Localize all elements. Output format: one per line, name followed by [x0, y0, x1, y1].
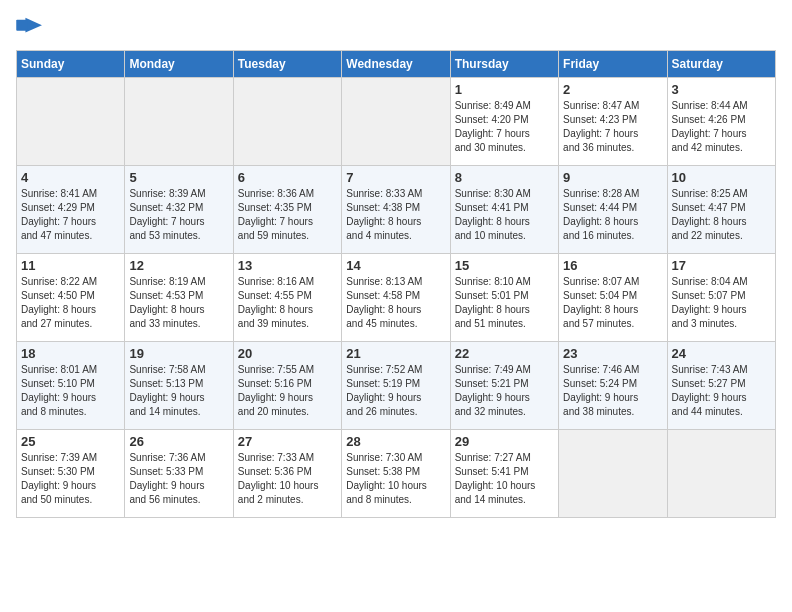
calendar-cell: 26Sunrise: 7:36 AM Sunset: 5:33 PM Dayli…: [125, 430, 233, 518]
calendar-cell: 18Sunrise: 8:01 AM Sunset: 5:10 PM Dayli…: [17, 342, 125, 430]
calendar-cell: 28Sunrise: 7:30 AM Sunset: 5:38 PM Dayli…: [342, 430, 450, 518]
day-info: Sunrise: 7:43 AM Sunset: 5:27 PM Dayligh…: [672, 363, 771, 419]
header-day: Thursday: [450, 51, 558, 78]
day-info: Sunrise: 8:28 AM Sunset: 4:44 PM Dayligh…: [563, 187, 662, 243]
calendar-cell: 13Sunrise: 8:16 AM Sunset: 4:55 PM Dayli…: [233, 254, 341, 342]
calendar-cell: 3Sunrise: 8:44 AM Sunset: 4:26 PM Daylig…: [667, 78, 775, 166]
day-number: 7: [346, 170, 445, 185]
header-day: Wednesday: [342, 51, 450, 78]
day-number: 21: [346, 346, 445, 361]
day-info: Sunrise: 8:47 AM Sunset: 4:23 PM Dayligh…: [563, 99, 662, 155]
day-info: Sunrise: 8:39 AM Sunset: 4:32 PM Dayligh…: [129, 187, 228, 243]
day-info: Sunrise: 8:30 AM Sunset: 4:41 PM Dayligh…: [455, 187, 554, 243]
day-number: 22: [455, 346, 554, 361]
header-day: Sunday: [17, 51, 125, 78]
calendar-cell: 9Sunrise: 8:28 AM Sunset: 4:44 PM Daylig…: [559, 166, 667, 254]
day-number: 12: [129, 258, 228, 273]
day-number: 20: [238, 346, 337, 361]
calendar-week-row: 1Sunrise: 8:49 AM Sunset: 4:20 PM Daylig…: [17, 78, 776, 166]
calendar-cell: 17Sunrise: 8:04 AM Sunset: 5:07 PM Dayli…: [667, 254, 775, 342]
calendar-cell: 12Sunrise: 8:19 AM Sunset: 4:53 PM Dayli…: [125, 254, 233, 342]
header-day: Saturday: [667, 51, 775, 78]
calendar-cell: 7Sunrise: 8:33 AM Sunset: 4:38 PM Daylig…: [342, 166, 450, 254]
day-number: 15: [455, 258, 554, 273]
day-number: 25: [21, 434, 120, 449]
day-info: Sunrise: 8:01 AM Sunset: 5:10 PM Dayligh…: [21, 363, 120, 419]
calendar-cell: 5Sunrise: 8:39 AM Sunset: 4:32 PM Daylig…: [125, 166, 233, 254]
day-number: 11: [21, 258, 120, 273]
calendar-cell: 4Sunrise: 8:41 AM Sunset: 4:29 PM Daylig…: [17, 166, 125, 254]
day-number: 3: [672, 82, 771, 97]
header-day: Tuesday: [233, 51, 341, 78]
logo: [16, 16, 48, 38]
day-info: Sunrise: 8:22 AM Sunset: 4:50 PM Dayligh…: [21, 275, 120, 331]
calendar-cell: 8Sunrise: 8:30 AM Sunset: 4:41 PM Daylig…: [450, 166, 558, 254]
day-info: Sunrise: 8:04 AM Sunset: 5:07 PM Dayligh…: [672, 275, 771, 331]
day-number: 9: [563, 170, 662, 185]
calendar-cell: 27Sunrise: 7:33 AM Sunset: 5:36 PM Dayli…: [233, 430, 341, 518]
day-number: 5: [129, 170, 228, 185]
day-info: Sunrise: 8:49 AM Sunset: 4:20 PM Dayligh…: [455, 99, 554, 155]
day-info: Sunrise: 7:49 AM Sunset: 5:21 PM Dayligh…: [455, 363, 554, 419]
day-number: 16: [563, 258, 662, 273]
calendar-cell: 20Sunrise: 7:55 AM Sunset: 5:16 PM Dayli…: [233, 342, 341, 430]
day-info: Sunrise: 8:13 AM Sunset: 4:58 PM Dayligh…: [346, 275, 445, 331]
day-info: Sunrise: 7:27 AM Sunset: 5:41 PM Dayligh…: [455, 451, 554, 507]
day-number: 1: [455, 82, 554, 97]
calendar-cell: [667, 430, 775, 518]
day-number: 8: [455, 170, 554, 185]
day-info: Sunrise: 7:30 AM Sunset: 5:38 PM Dayligh…: [346, 451, 445, 507]
calendar-cell: 2Sunrise: 8:47 AM Sunset: 4:23 PM Daylig…: [559, 78, 667, 166]
calendar-cell: 29Sunrise: 7:27 AM Sunset: 5:41 PM Dayli…: [450, 430, 558, 518]
calendar-cell: 22Sunrise: 7:49 AM Sunset: 5:21 PM Dayli…: [450, 342, 558, 430]
calendar-cell: 6Sunrise: 8:36 AM Sunset: 4:35 PM Daylig…: [233, 166, 341, 254]
day-info: Sunrise: 7:58 AM Sunset: 5:13 PM Dayligh…: [129, 363, 228, 419]
day-number: 28: [346, 434, 445, 449]
svg-rect-1: [16, 20, 27, 31]
day-info: Sunrise: 7:46 AM Sunset: 5:24 PM Dayligh…: [563, 363, 662, 419]
calendar-cell: [125, 78, 233, 166]
day-number: 19: [129, 346, 228, 361]
calendar-cell: 10Sunrise: 8:25 AM Sunset: 4:47 PM Dayli…: [667, 166, 775, 254]
calendar-week-row: 25Sunrise: 7:39 AM Sunset: 5:30 PM Dayli…: [17, 430, 776, 518]
header-day: Monday: [125, 51, 233, 78]
day-number: 14: [346, 258, 445, 273]
calendar-week-row: 18Sunrise: 8:01 AM Sunset: 5:10 PM Dayli…: [17, 342, 776, 430]
calendar-cell: 21Sunrise: 7:52 AM Sunset: 5:19 PM Dayli…: [342, 342, 450, 430]
day-info: Sunrise: 7:36 AM Sunset: 5:33 PM Dayligh…: [129, 451, 228, 507]
day-info: Sunrise: 7:52 AM Sunset: 5:19 PM Dayligh…: [346, 363, 445, 419]
calendar-cell: [342, 78, 450, 166]
day-info: Sunrise: 8:44 AM Sunset: 4:26 PM Dayligh…: [672, 99, 771, 155]
day-number: 27: [238, 434, 337, 449]
day-info: Sunrise: 8:19 AM Sunset: 4:53 PM Dayligh…: [129, 275, 228, 331]
calendar-cell: [17, 78, 125, 166]
day-number: 26: [129, 434, 228, 449]
day-number: 29: [455, 434, 554, 449]
calendar-cell: 25Sunrise: 7:39 AM Sunset: 5:30 PM Dayli…: [17, 430, 125, 518]
calendar-cell: 15Sunrise: 8:10 AM Sunset: 5:01 PM Dayli…: [450, 254, 558, 342]
calendar-cell: 11Sunrise: 8:22 AM Sunset: 4:50 PM Dayli…: [17, 254, 125, 342]
logo-icon: [16, 16, 44, 38]
day-info: Sunrise: 8:25 AM Sunset: 4:47 PM Dayligh…: [672, 187, 771, 243]
day-info: Sunrise: 7:39 AM Sunset: 5:30 PM Dayligh…: [21, 451, 120, 507]
day-number: 17: [672, 258, 771, 273]
day-info: Sunrise: 8:07 AM Sunset: 5:04 PM Dayligh…: [563, 275, 662, 331]
header: [16, 16, 776, 38]
day-info: Sunrise: 8:10 AM Sunset: 5:01 PM Dayligh…: [455, 275, 554, 331]
header-day: Friday: [559, 51, 667, 78]
day-number: 23: [563, 346, 662, 361]
calendar-body: 1Sunrise: 8:49 AM Sunset: 4:20 PM Daylig…: [17, 78, 776, 518]
calendar-cell: 24Sunrise: 7:43 AM Sunset: 5:27 PM Dayli…: [667, 342, 775, 430]
day-number: 2: [563, 82, 662, 97]
calendar-cell: 16Sunrise: 8:07 AM Sunset: 5:04 PM Dayli…: [559, 254, 667, 342]
calendar-cell: 1Sunrise: 8:49 AM Sunset: 4:20 PM Daylig…: [450, 78, 558, 166]
day-number: 18: [21, 346, 120, 361]
calendar-cell: 23Sunrise: 7:46 AM Sunset: 5:24 PM Dayli…: [559, 342, 667, 430]
header-row: SundayMondayTuesdayWednesdayThursdayFrid…: [17, 51, 776, 78]
calendar-table: SundayMondayTuesdayWednesdayThursdayFrid…: [16, 50, 776, 518]
day-number: 4: [21, 170, 120, 185]
calendar-cell: 19Sunrise: 7:58 AM Sunset: 5:13 PM Dayli…: [125, 342, 233, 430]
day-info: Sunrise: 8:41 AM Sunset: 4:29 PM Dayligh…: [21, 187, 120, 243]
calendar-cell: 14Sunrise: 8:13 AM Sunset: 4:58 PM Dayli…: [342, 254, 450, 342]
calendar-week-row: 4Sunrise: 8:41 AM Sunset: 4:29 PM Daylig…: [17, 166, 776, 254]
